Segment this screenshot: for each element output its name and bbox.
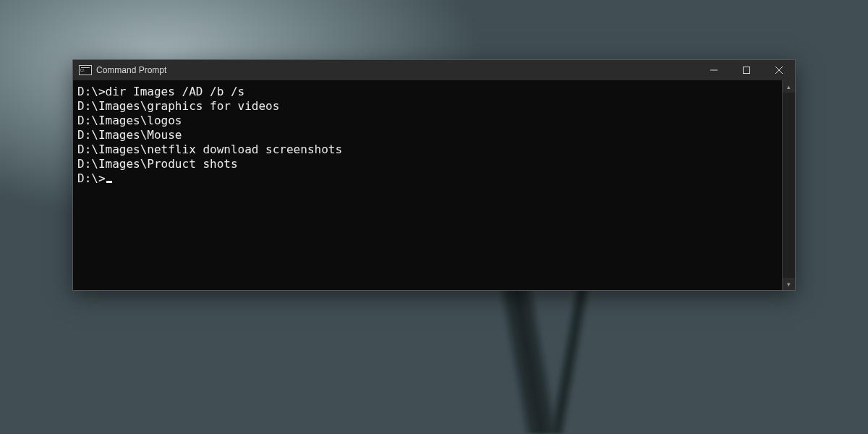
scroll-down-arrow-icon[interactable]: ▾ (783, 278, 795, 290)
terminal-cursor (106, 181, 112, 183)
svg-rect-1 (743, 67, 749, 74)
maximize-button[interactable] (730, 60, 762, 80)
titlebar[interactable]: Command Prompt (73, 60, 795, 80)
minimize-button[interactable] (697, 60, 730, 80)
command-prompt-window: Command Prompt D:\>dir Images /AD /b /sD… (72, 59, 796, 291)
client-area: D:\>dir Images /AD /b /sD:\Images\graphi… (73, 80, 795, 290)
terminal-line: D:\Images\Mouse (77, 128, 779, 142)
close-button[interactable] (762, 60, 795, 80)
window-title: Command Prompt (96, 65, 166, 75)
terminal-line: D:\> (77, 171, 779, 186)
vertical-scrollbar[interactable]: ▴ ▾ (782, 80, 795, 290)
scrollbar-track[interactable] (783, 93, 795, 278)
terminal-output[interactable]: D:\>dir Images /AD /b /sD:\Images\graphi… (73, 80, 782, 290)
terminal-line: D:\Images\graphics for videos (77, 99, 779, 114)
scroll-up-arrow-icon[interactable]: ▴ (783, 80, 795, 93)
cmd-icon (79, 65, 92, 75)
terminal-line: D:\>dir Images /AD /b /s (77, 85, 779, 99)
terminal-line: D:\Images\netflix download screenshots (77, 142, 779, 157)
terminal-line: D:\Images\logos (77, 114, 779, 128)
terminal-line: D:\Images\Product shots (77, 157, 779, 171)
